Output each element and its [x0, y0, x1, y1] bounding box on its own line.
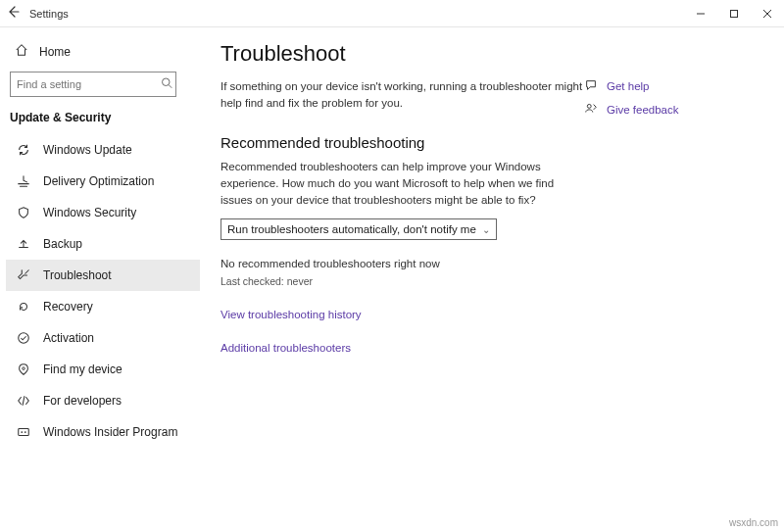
home-icon — [14, 43, 29, 60]
recovery-icon — [16, 299, 31, 314]
feedback-label: Give feedback — [607, 104, 679, 116]
sidebar-item-label: Activation — [43, 331, 94, 345]
backup-icon — [16, 236, 31, 252]
window-controls — [684, 0, 784, 27]
sidebar-item-insider-program[interactable]: Windows Insider Program — [6, 416, 200, 448]
svg-point-11 — [587, 104, 591, 108]
activation-icon — [16, 330, 31, 346]
sidebar-item-activation[interactable]: Activation — [6, 322, 200, 354]
page-description: If something on your device isn't workin… — [220, 78, 583, 113]
section-heading: Recommended troubleshooting — [220, 134, 583, 151]
sidebar-item-label: For developers — [43, 394, 122, 408]
troubleshooter-mode-dropdown[interactable]: Run troubleshooters automatically, don't… — [220, 218, 497, 240]
watermark: wsxdn.com — [729, 517, 778, 528]
sidebar-item-troubleshoot[interactable]: Troubleshoot — [6, 260, 200, 291]
sidebar-item-for-developers[interactable]: For developers — [6, 385, 200, 416]
maximize-button[interactable] — [717, 0, 751, 27]
status-text: No recommended troubleshooters right now — [220, 258, 583, 269]
svg-point-10 — [24, 431, 26, 433]
sync-icon — [16, 142, 31, 158]
search-input[interactable] — [10, 72, 176, 97]
sidebar: Home Update & Security Windows Update De… — [0, 27, 201, 532]
sidebar-item-windows-security[interactable]: Windows Security — [6, 197, 200, 228]
home-nav-item[interactable]: Home — [6, 37, 200, 66]
sidebar-item-delivery-optimization[interactable]: Delivery Optimization — [6, 166, 200, 197]
sidebar-item-label: Windows Insider Program — [43, 425, 177, 439]
sidebar-item-label: Recovery — [43, 300, 93, 314]
sidebar-item-label: Windows Security — [43, 206, 136, 219]
get-help-link[interactable]: Get help — [583, 74, 752, 98]
dropdown-value: Run troubleshooters automatically, don't… — [227, 223, 476, 235]
sidebar-item-label: Backup — [43, 237, 82, 251]
sidebar-item-label: Find my device — [43, 363, 122, 376]
help-label: Get help — [607, 80, 649, 92]
insider-icon — [16, 424, 31, 440]
last-checked-text: Last checked: never — [220, 275, 583, 287]
svg-point-7 — [23, 367, 25, 370]
svg-point-6 — [19, 333, 29, 344]
home-label: Home — [39, 45, 71, 59]
troubleshoot-icon — [16, 267, 31, 283]
svg-line-5 — [169, 85, 172, 88]
sidebar-item-label: Troubleshoot — [43, 268, 112, 282]
help-icon — [583, 78, 599, 94]
back-button[interactable] — [0, 6, 27, 21]
page-title: Troubleshoot — [220, 41, 583, 67]
chevron-down-icon: ⌄ — [482, 224, 490, 235]
window-title: Settings — [29, 8, 69, 20]
titlebar: Settings — [0, 0, 784, 27]
help-column: Get help Give feedback — [583, 41, 760, 532]
svg-rect-8 — [19, 429, 29, 436]
delivery-icon — [16, 173, 31, 189]
back-arrow-icon — [8, 6, 20, 18]
maximize-icon — [729, 9, 739, 19]
svg-point-4 — [163, 78, 171, 86]
sidebar-item-recovery[interactable]: Recovery — [6, 291, 200, 322]
main-area: Troubleshoot If something on your device… — [201, 27, 784, 532]
additional-troubleshooters-link[interactable]: Additional troubleshooters — [220, 342, 583, 354]
feedback-icon — [583, 102, 599, 118]
search-container — [10, 72, 192, 97]
app-body: Home Update & Security Windows Update De… — [0, 27, 784, 532]
content-column: Troubleshoot If something on your device… — [220, 41, 583, 532]
sidebar-item-windows-update[interactable]: Windows Update — [6, 134, 200, 166]
sidebar-item-label: Delivery Optimization — [43, 174, 154, 188]
svg-rect-1 — [731, 11, 738, 18]
search-icon — [161, 77, 172, 92]
shield-icon — [16, 205, 31, 220]
sidebar-nav: Windows Update Delivery Optimization Win… — [6, 134, 200, 448]
sidebar-item-label: Windows Update — [43, 143, 132, 157]
close-icon — [762, 9, 772, 19]
close-button[interactable] — [751, 0, 784, 27]
sidebar-section-header: Update & Security — [6, 107, 200, 134]
minimize-icon — [696, 9, 706, 19]
location-icon — [16, 362, 31, 377]
section-description: Recommended troubleshooters can help imp… — [220, 159, 583, 210]
sidebar-item-find-my-device[interactable]: Find my device — [6, 354, 200, 385]
sidebar-item-backup[interactable]: Backup — [6, 228, 200, 260]
give-feedback-link[interactable]: Give feedback — [583, 98, 752, 121]
view-history-link[interactable]: View troubleshooting history — [220, 309, 583, 320]
minimize-button[interactable] — [684, 0, 717, 27]
svg-point-9 — [21, 431, 23, 433]
developers-icon — [16, 393, 31, 409]
